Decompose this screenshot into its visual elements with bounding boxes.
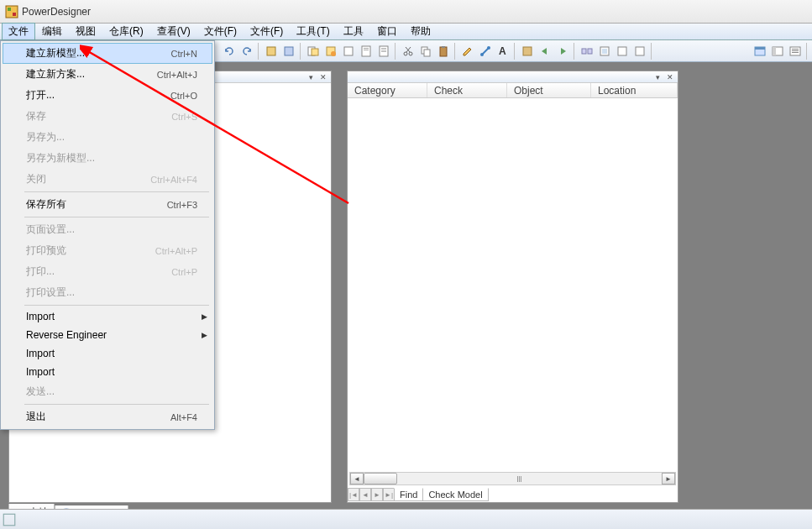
menu-save-as-new-model: 另存为新模型... <box>3 148 212 169</box>
menu-view2[interactable]: 查看(V) <box>150 23 197 40</box>
svg-rect-1 <box>8 8 11 11</box>
svg-rect-37 <box>792 52 799 53</box>
tool-icon[interactable] <box>596 43 613 60</box>
svg-point-21 <box>487 46 490 50</box>
tool-icon[interactable] <box>263 43 280 60</box>
svg-rect-3 <box>267 47 275 55</box>
paste-icon[interactable] <box>435 43 452 60</box>
svg-rect-9 <box>344 47 353 55</box>
tab-find[interactable]: Find <box>394 488 423 501</box>
menu-file[interactable]: 文件 <box>2 23 35 40</box>
svg-rect-33 <box>773 47 776 55</box>
tool-icon[interactable] <box>340 43 357 60</box>
menu-new-model[interactable]: 建立新模型...Ctrl+N <box>3 43 212 64</box>
svg-rect-23 <box>523 47 532 55</box>
tab-next-icon[interactable]: ► <box>371 488 383 501</box>
tool-icon[interactable] <box>322 43 339 60</box>
tab-first-icon[interactable]: |◄ <box>348 488 359 501</box>
menu-help[interactable]: 帮助 <box>404 23 437 40</box>
horizontal-scrollbar[interactable]: ◄ Ⅲ ► <box>349 472 676 485</box>
menu-open[interactable]: 打开...Ctrl+O <box>3 85 212 106</box>
tab-prev-icon[interactable]: ◄ <box>359 488 371 501</box>
menu-window[interactable]: 窗口 <box>370 23 404 40</box>
panel-dropdown-icon[interactable]: ▾ <box>305 72 317 81</box>
menu-separator <box>24 305 209 306</box>
menu-tools2[interactable]: 工具 <box>337 23 370 40</box>
panel-close-icon[interactable]: ✕ <box>664 72 676 81</box>
tool-icon[interactable] <box>375 43 392 60</box>
column-object[interactable]: Object <box>507 83 591 97</box>
panel-header: ▾ ✕ <box>348 71 678 83</box>
menu-print: 打印...Ctrl+P <box>3 261 212 282</box>
svg-rect-12 <box>364 50 369 50</box>
tool-icon[interactable] <box>579 43 595 60</box>
arrow-right-icon[interactable] <box>554 43 571 60</box>
menu-separator <box>24 217 209 217</box>
svg-rect-36 <box>792 50 799 51</box>
arrow-left-icon[interactable] <box>537 43 553 60</box>
menu-separator <box>24 404 209 405</box>
copy-icon[interactable] <box>417 43 434 60</box>
svg-rect-6 <box>312 49 318 55</box>
svg-point-20 <box>480 53 484 56</box>
menu-exit[interactable]: 退出Alt+F4 <box>3 406 212 427</box>
scroll-left-icon[interactable]: ◄ <box>350 473 364 484</box>
menu-import[interactable]: Import▶ <box>3 307 212 326</box>
cut-icon[interactable] <box>400 43 416 60</box>
menu-file3[interactable]: 文件(F) <box>244 23 290 40</box>
tab-check-model[interactable]: Check Model <box>422 488 488 501</box>
svg-rect-24 <box>582 49 586 54</box>
pencil-icon[interactable] <box>459 43 476 60</box>
tool-icon[interactable] <box>614 43 631 60</box>
menu-view[interactable]: 视图 <box>69 23 102 40</box>
menu-import2[interactable]: Import <box>3 344 212 363</box>
menu-page-setup: 页面设置... <box>3 219 212 240</box>
svg-rect-2 <box>13 13 16 16</box>
svg-rect-31 <box>755 47 765 50</box>
menu-save-as: 另存为... <box>3 127 212 148</box>
right-panel: ▾ ✕ Category Check Object Location ◄ Ⅲ ►… <box>347 71 678 503</box>
chevron-right-icon: ▶ <box>202 312 207 321</box>
menu-repository[interactable]: 仓库(R) <box>102 23 150 40</box>
scroll-thumb[interactable] <box>364 473 397 484</box>
undo-icon[interactable] <box>221 43 238 60</box>
scroll-right-icon[interactable]: ► <box>662 473 675 484</box>
text-icon[interactable]: A <box>495 43 511 60</box>
tab-last-icon[interactable]: ►| <box>383 488 395 501</box>
svg-rect-27 <box>602 49 607 54</box>
tool-icon[interactable] <box>280 43 297 60</box>
tool-icon[interactable] <box>519 43 536 60</box>
column-check[interactable]: Check <box>427 83 507 97</box>
status-bar <box>0 509 812 529</box>
file-dropdown-menu: 建立新模型...Ctrl+N 建立新方案...Ctrl+Alt+J 打开...C… <box>0 40 215 430</box>
view-icon[interactable] <box>752 43 768 60</box>
view-icon[interactable] <box>787 43 804 60</box>
menu-file2[interactable]: 文件(F) <box>197 23 244 40</box>
chevron-right-icon: ▶ <box>202 331 207 339</box>
column-headers: Category Check Object Location <box>348 83 678 98</box>
menu-save-all[interactable]: 保存所有Ctrl+F3 <box>3 194 212 215</box>
svg-rect-35 <box>792 49 799 50</box>
svg-text:A: A <box>499 45 506 57</box>
view-icon[interactable] <box>769 43 786 60</box>
panel-close-icon[interactable]: ✕ <box>317 72 329 81</box>
menu-edit[interactable]: 编辑 <box>35 23 69 40</box>
tool-icon[interactable] <box>305 43 322 60</box>
menu-new-project[interactable]: 建立新方案...Ctrl+Alt+J <box>3 64 212 85</box>
column-location[interactable]: Location <box>591 83 678 97</box>
svg-rect-25 <box>588 49 592 54</box>
redo-icon[interactable] <box>238 43 255 60</box>
panel-dropdown-icon[interactable]: ▾ <box>652 72 663 81</box>
menu-separator <box>24 191 209 192</box>
link-icon[interactable] <box>477 43 494 60</box>
tool-icon[interactable] <box>358 43 375 60</box>
menu-print-preview: 打印预览Ctrl+Alt+P <box>3 240 212 261</box>
column-category[interactable]: Category <box>348 83 427 97</box>
menu-save: 保存Ctrl+S <box>3 106 212 127</box>
menu-send: 发送... <box>3 381 212 402</box>
menu-tools[interactable]: 工具(T) <box>290 23 336 40</box>
app-icon <box>5 5 18 18</box>
menu-import3[interactable]: Import <box>3 363 212 381</box>
menu-reverse-engineer[interactable]: Reverse Engineer▶ <box>3 326 212 344</box>
tool-icon[interactable] <box>631 43 648 60</box>
